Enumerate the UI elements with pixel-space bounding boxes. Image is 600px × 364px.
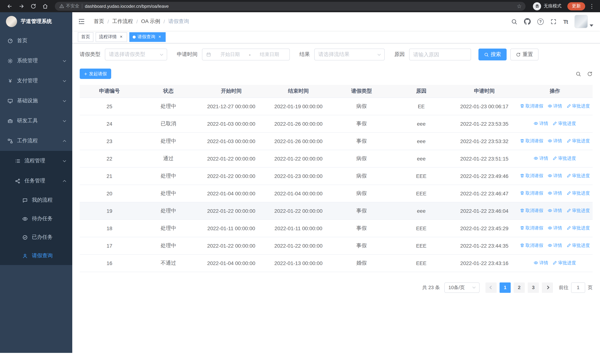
bookmark-star-icon[interactable]: ☆: [515, 2, 523, 10]
pager-prev-button[interactable]: [486, 282, 497, 293]
sidebar-item-workflow[interactable]: 工作流程: [0, 131, 72, 151]
reason-input[interactable]: [409, 48, 471, 60]
apply-time-range-picker[interactable]: 开始日期 - 结束日期: [202, 48, 290, 60]
search-button[interactable]: 搜索: [478, 48, 506, 60]
table-row: 21 处理中 2022-01-22 00:00:00 2022-01-23 00…: [80, 167, 593, 185]
help-icon[interactable]: ?: [537, 18, 544, 25]
fullscreen-icon[interactable]: [550, 18, 557, 25]
cancel-leave-button[interactable]: 取消请假: [520, 190, 543, 196]
browser-update-button[interactable]: 更新: [567, 2, 585, 10]
goto-suffix: 页: [588, 284, 593, 291]
sidebar-item-infrastructure[interactable]: 基础设施: [0, 91, 72, 111]
cancel-leave-button[interactable]: 取消请假: [520, 173, 543, 179]
tab-close-icon[interactable]: ×: [119, 34, 124, 39]
approval-progress-button[interactable]: 审批进度: [566, 243, 590, 249]
actions-cell: 取消请假 详情 审批进度: [517, 167, 593, 185]
leave-type-select[interactable]: 请选择请假类型: [105, 48, 167, 60]
tab-process-detail[interactable]: 流程详情 ×: [96, 32, 127, 42]
pager-next-button[interactable]: [542, 282, 553, 293]
approval-progress-button[interactable]: 审批进度: [566, 190, 590, 196]
sidebar-item-payment[interactable]: ¥ 支付管理: [0, 71, 72, 91]
sidebar-item-leave-query[interactable]: 请假查询: [0, 246, 72, 265]
sidebar-toggle-button[interactable]: [72, 12, 91, 31]
url-text[interactable]: dashboard.yudao.iocoder.cn/bpm/oa/leave: [85, 3, 513, 9]
detail-button[interactable]: 详情: [548, 138, 562, 144]
detail-button[interactable]: 详情: [548, 173, 562, 179]
browser-menu-icon[interactable]: ⋮: [588, 3, 596, 9]
approval-progress-button[interactable]: 审批进度: [566, 208, 590, 214]
sidebar-item-done-tasks[interactable]: 已办任务: [0, 228, 72, 246]
breadcrumb-workflow[interactable]: 工作流程: [112, 18, 133, 25]
toggle-search-icon[interactable]: [576, 71, 581, 76]
pager-page-3[interactable]: 3: [528, 282, 539, 293]
cancel-leave-button[interactable]: 取消请假: [520, 243, 543, 249]
page-size-select[interactable]: 10条/页: [444, 282, 479, 293]
pager-page-1[interactable]: 1: [500, 282, 511, 293]
browser-back-button[interactable]: [4, 1, 15, 11]
reload-icon: [30, 3, 36, 9]
approval-progress-button[interactable]: 审批进度: [553, 260, 576, 266]
status-text: 处理中: [139, 97, 198, 115]
approval-progress-button[interactable]: 审批进度: [566, 138, 590, 144]
check-circle-icon: [22, 234, 28, 240]
omnibox-divider: [82, 4, 82, 9]
address-bar[interactable]: 不安全 dashboard.yudao.iocoder.cn/bpm/oa/le…: [55, 2, 525, 10]
sidebar-item-process-management[interactable]: 流程管理: [0, 151, 72, 171]
goto-page-input[interactable]: [571, 282, 585, 293]
cancel-leave-button[interactable]: 取消请假: [520, 103, 543, 109]
approval-progress-button[interactable]: 审批进度: [566, 173, 590, 179]
reset-button[interactable]: 重置: [510, 48, 538, 60]
status-text: 处理中: [139, 202, 198, 219]
chat-icon: [22, 197, 28, 203]
browser-chrome: 不安全 dashboard.yudao.iocoder.cn/bpm/oa/le…: [0, 0, 600, 12]
browser-reload-button[interactable]: [28, 1, 38, 11]
tab-leave-query[interactable]: 请假查询 ×: [129, 32, 166, 42]
approval-progress-button[interactable]: 审批进度: [566, 225, 590, 231]
security-status[interactable]: 不安全: [59, 3, 79, 9]
app-logo[interactable]: 芋道管理系统: [0, 12, 72, 31]
browser-forward-button[interactable]: [16, 1, 27, 11]
table-row: 17 处理中 2022-01-22 00:00:00 2022-01-22 00…: [80, 237, 593, 254]
detail-button[interactable]: 详情: [534, 121, 548, 127]
pagination-total: 共 23 条: [422, 284, 440, 291]
detail-button[interactable]: 详情: [548, 103, 562, 109]
refresh-table-icon[interactable]: [587, 71, 593, 76]
sidebar-item-devtools[interactable]: 研发工具: [0, 111, 72, 131]
cancel-leave-button[interactable]: 取消请假: [520, 138, 543, 144]
tab-home[interactable]: 首页: [78, 32, 94, 42]
pager-page-2[interactable]: 2: [514, 282, 525, 293]
sidebar-item-task-management[interactable]: 任务管理: [0, 171, 72, 191]
header-search-icon[interactable]: [511, 18, 517, 25]
breadcrumb-home[interactable]: 首页: [94, 18, 104, 25]
chevron-down-icon: [63, 79, 66, 82]
cancel-leave-button[interactable]: 取消请假: [520, 208, 543, 214]
eye-icon: [548, 139, 552, 143]
approval-progress-button[interactable]: 审批进度: [553, 155, 576, 162]
github-icon[interactable]: [524, 18, 531, 25]
breadcrumb-oa-example[interactable]: OA 示例: [141, 18, 160, 25]
browser-home-button[interactable]: [40, 1, 50, 11]
create-leave-button[interactable]: + 发起请假: [80, 69, 111, 79]
detail-button[interactable]: 详情: [548, 243, 562, 249]
eye-icon: [534, 156, 538, 161]
gear-icon: [7, 58, 13, 64]
detail-button[interactable]: 详情: [548, 225, 562, 231]
detail-button[interactable]: 详情: [534, 155, 548, 162]
tab-close-icon[interactable]: ×: [157, 34, 162, 39]
page-body: 芋道管理系统 首页 系统管理 ¥ 支付管理: [0, 12, 600, 364]
chevron-down-icon: [63, 119, 66, 122]
user-menu[interactable]: [574, 15, 593, 28]
sidebar-item-todo-tasks[interactable]: 待办任务: [0, 209, 72, 228]
approval-progress-button[interactable]: 审批进度: [566, 103, 590, 109]
detail-button[interactable]: 详情: [548, 190, 562, 196]
detail-button[interactable]: 详情: [534, 260, 548, 266]
approval-progress-button[interactable]: 审批进度: [553, 121, 576, 127]
cancel-leave-button[interactable]: 取消请假: [520, 225, 543, 231]
apply-time-label: 申请时间: [177, 51, 202, 58]
detail-button[interactable]: 详情: [548, 208, 562, 214]
sidebar-item-system[interactable]: 系统管理: [0, 51, 72, 71]
sidebar-item-my-processes[interactable]: 我的流程: [0, 191, 72, 209]
sidebar-item-home[interactable]: 首页: [0, 31, 72, 51]
font-size-icon[interactable]: Tt: [563, 18, 568, 25]
result-select[interactable]: 请选择流结果: [314, 48, 385, 60]
